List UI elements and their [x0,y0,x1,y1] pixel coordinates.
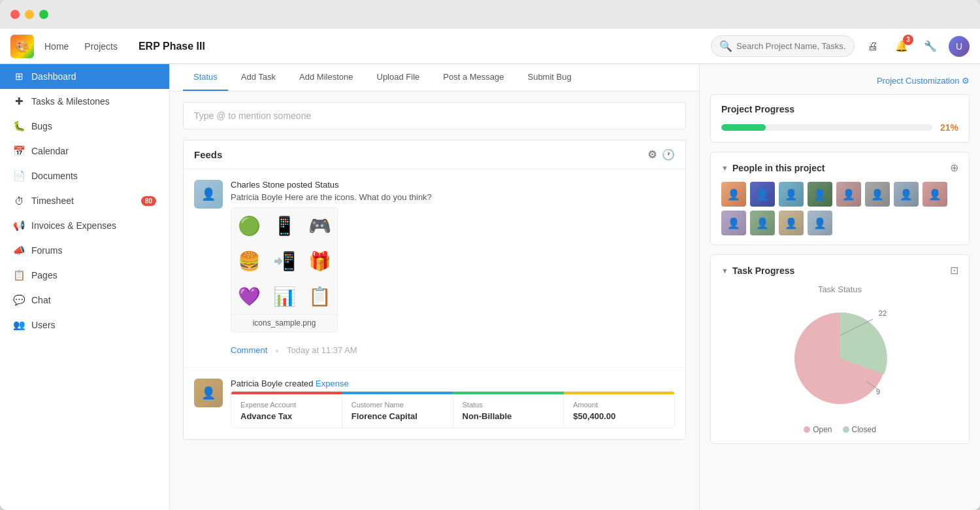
dashboard-icon: ⊞ [13,71,25,82]
pie-label-22: 22 [878,309,886,317]
feed-2-action: created [285,379,316,388]
search-input[interactable] [736,41,846,51]
people-collapse-icon[interactable]: ▼ [721,164,728,172]
notifications-button[interactable]: 🔔 3 [891,36,912,57]
feeds-history-icon[interactable]: 🕐 [662,148,675,161]
bugs-icon: 🐛 [13,120,25,132]
project-customization-label[interactable]: Project Customization ⚙ [877,76,970,86]
status-input[interactable]: Type @ to mention someone [183,102,686,129]
tab-bar: Status Add Task Add Milestone Upload Fil… [170,64,699,92]
sidebar-item-invoices[interactable]: 📢 Invoices & Expenses [0,213,169,238]
icon-grid-container: 🟢 📱 🎮 🍔 📲 🎁 💜 📊 [231,207,338,332]
project-progress-card: Project Progress 21% [710,94,970,143]
tab-add-task[interactable]: Add Task [231,64,286,91]
sidebar-label-bugs: Bugs [31,121,52,131]
user-avatar[interactable]: U [949,36,970,57]
tab-upload-file[interactable]: Upload File [367,64,431,91]
settings-button[interactable]: 🔧 [920,36,941,57]
sidebar-item-documents[interactable]: 📄 Documents [0,163,169,188]
people-title-text: People in this project [732,163,825,173]
sidebar-item-dashboard[interactable]: ⊞ Dashboard [0,64,169,89]
project-title: ERP Phase III [139,41,205,52]
main-content: Type @ to mention someone Feeds ⚙ 🕐 [170,92,699,510]
person-avatar-4: 👤 [808,182,832,207]
feeds-settings-icon[interactable]: ⚙ [647,148,657,161]
sidebar-item-forums[interactable]: 📣 Forums [0,238,169,263]
comment-link[interactable]: Comment [231,345,267,357]
tab-post-message[interactable]: Post a Message [433,64,514,91]
sidebar-item-bugs[interactable]: 🐛 Bugs [0,114,169,139]
expense-account-label: Expense Account [240,401,333,409]
feed-item-1: 👤 Charles Stone posted Status Patricia B… [184,169,685,368]
tab-status[interactable]: Status [183,64,228,91]
expense-status-label: Status [463,401,555,409]
print-button[interactable]: 🖨 [862,36,883,57]
legend-closed-label: Closed [852,425,876,434]
feed-1-author: Charles Stone [231,180,284,190]
icon-filename: icons_sample.png [231,314,337,332]
feed-2-title: Patricia Boyle created Expense [231,379,675,388]
customize-link[interactable]: Project Customization ⚙ [710,75,970,86]
sidebar-item-chat[interactable]: 💬 Chat [0,288,169,313]
expense-account-value: Advance Tax [240,411,333,421]
sidebar-item-timesheet[interactable]: ⏱ Timesheet 80 [0,188,169,213]
sidebar-label-documents: Documents [31,171,78,181]
sidebar-item-pages[interactable]: 📋 Pages [0,263,169,288]
pie-chart: 22 9 [781,299,899,417]
expense-customer-value: Florence Capital [351,411,444,421]
progress-bar-container: 21% [721,122,958,133]
sidebar-item-tasks[interactable]: ✚ Tasks & Milestones [0,89,169,114]
nav-home[interactable]: Home [44,41,69,52]
icon-cell-1: 🟢 [231,208,267,243]
fullscreen-button[interactable] [39,10,48,19]
feed-1-message: Here are the icons. What do you think? [285,192,432,202]
minimize-button[interactable] [25,10,34,19]
feed-1-mention[interactable]: Patricia Boyle [231,192,282,202]
timesheet-badge: 80 [141,196,156,206]
tab-submit-bug[interactable]: Submit Bug [517,64,581,91]
sidebar-label-chat: Chat [31,295,51,305]
person-avatar-3: 👤 [779,182,804,207]
person-avatar-10: 👤 [750,211,775,235]
progress-bar-fill [721,124,766,131]
close-button[interactable] [10,10,20,19]
expense-link[interactable]: Expense [316,379,349,388]
nav-projects[interactable]: Projects [84,41,118,52]
search-box[interactable]: 🔍 [711,35,855,57]
expense-amount-label: Amount [573,401,665,409]
expense-col-status: Status Non-Billable [453,394,564,428]
people-grid: 👤 👤 👤 👤 👤 👤 👤 👤 👤 👤 👤 👤 [721,182,958,235]
topbar: 🎨 Home Projects ERP Phase III 🔍 🖨 🔔 3 [0,29,980,64]
sidebar-label-users: Users [31,320,56,330]
expense-status-value: Non-Billable [463,411,555,421]
project-progress-header: Project Progress [721,104,958,114]
pie-container: Task Status 22 [721,284,958,434]
icon-cell-3: 🎮 [302,208,337,243]
feed-1-avatar: 👤 [194,180,223,209]
feeds-header-actions: ⚙ 🕐 [647,148,675,161]
sidebar-label-tasks: Tasks & Milestones [31,96,110,107]
task-progress-header: ▼ Task Progress ⊡ [721,264,958,277]
sidebar-item-users[interactable]: 👥 Users [0,313,169,337]
legend-closed: Closed [843,425,876,434]
task-collapse-icon[interactable]: ▼ [721,267,728,275]
tab-add-milestone[interactable]: Add Milestone [289,64,363,91]
invoices-icon: 📢 [13,220,25,231]
person-avatar-12: 👤 [808,211,832,235]
users-icon: 👥 [13,319,25,331]
expense-col-customer: Customer Name Florence Capital [342,394,453,428]
search-icon: 🔍 [719,40,732,52]
app-logo: 🎨 [10,35,34,58]
task-expand-icon[interactable]: ⊡ [950,264,958,277]
expense-card: Expense Account Advance Tax Customer Nam… [231,391,675,428]
task-progress-title-text: Task Progress [732,265,794,276]
people-expand-icon[interactable]: ⊕ [950,162,958,174]
wrench-icon: 🔧 [924,40,937,52]
sidebar-item-calendar[interactable]: 📅 Calendar [0,139,169,163]
pages-icon: 📋 [13,269,25,281]
progress-percent: 21% [940,122,958,133]
feed-1-title: Charles Stone posted Status [231,180,675,190]
person-avatar-5: 👤 [836,182,861,207]
legend-open-dot [804,426,810,433]
feed-2-content: Patricia Boyle created Expense [231,379,675,428]
